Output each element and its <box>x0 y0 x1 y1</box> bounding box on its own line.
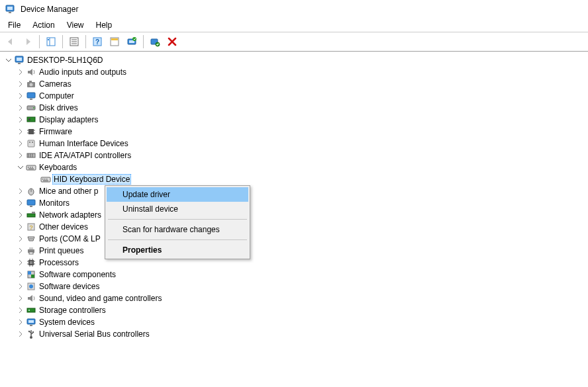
expand-icon[interactable] <box>16 210 25 220</box>
tree-item-softcomp[interactable]: Software components <box>15 269 588 280</box>
tree-label[interactable]: Human Interface Devices <box>38 138 130 149</box>
tree-item-display[interactable]: Display adapters <box>15 114 588 126</box>
expand-icon[interactable] <box>16 139 25 148</box>
tree-item-hid-keyboard-device[interactable]: HID Keyboard Device <box>29 173 588 185</box>
expand-icon[interactable] <box>16 198 25 208</box>
tree-item-other[interactable]: ? Other devices <box>15 221 588 233</box>
expand-icon[interactable] <box>4 56 13 65</box>
expand-icon[interactable] <box>16 222 25 232</box>
tree-item-firmware[interactable]: Firmware <box>15 126 588 138</box>
menu-file[interactable]: File <box>3 19 26 31</box>
tree-label-selected[interactable]: HID Keyboard Device <box>52 174 131 185</box>
collapse-icon[interactable] <box>16 163 25 172</box>
expand-icon[interactable] <box>16 234 25 243</box>
svg-rect-29 <box>27 117 35 122</box>
tree-item-ports[interactable]: Ports (COM & LP <box>15 233 588 245</box>
tree-item-processors[interactable]: Processors <box>15 257 588 269</box>
tree-label[interactable]: Monitors <box>38 198 71 208</box>
tree-label[interactable]: Software devices <box>38 281 101 292</box>
menu-view[interactable]: View <box>62 19 89 31</box>
expand-icon[interactable] <box>16 127 25 136</box>
tree-label[interactable]: Keyboards <box>38 162 78 173</box>
svg-point-83 <box>28 310 30 311</box>
back-button[interactable] <box>3 34 19 50</box>
show-hide-tree-button[interactable] <box>43 34 59 50</box>
scan-hardware-button[interactable] <box>147 34 163 50</box>
expand-icon[interactable] <box>16 246 25 255</box>
tree-item-network[interactable]: Network adapters <box>15 209 588 221</box>
tree-label[interactable]: Processors <box>38 257 80 268</box>
expand-icon[interactable] <box>16 294 25 303</box>
tree-item-mice[interactable]: Mice and other p <box>15 185 588 197</box>
expand-icon[interactable] <box>16 282 25 291</box>
forward-button[interactable] <box>20 34 36 50</box>
tree-label[interactable]: IDE ATA/ATAPI controllers <box>38 150 132 161</box>
tree-label[interactable]: Other devices <box>38 222 89 232</box>
tree-label[interactable]: Sound, video and game controllers <box>38 293 163 304</box>
tree-label[interactable]: Cameras <box>38 79 73 89</box>
context-scan-hardware[interactable]: Scan for hardware changes <box>107 222 248 237</box>
tree-label[interactable]: Computer <box>38 91 75 101</box>
svg-rect-51 <box>46 179 48 180</box>
tree-root[interactable]: DESKTOP-5LH1Q6D <box>3 54 588 66</box>
update-driver-button[interactable] <box>124 34 140 50</box>
tree-item-cameras[interactable]: Cameras <box>15 78 588 90</box>
properties-button[interactable] <box>66 34 82 50</box>
svg-rect-49 <box>42 179 44 180</box>
tree-label[interactable]: Audio inputs and outputs <box>38 67 128 77</box>
tree-label[interactable]: Disk drives <box>38 103 79 113</box>
expand-icon[interactable] <box>16 91 25 101</box>
app-title: Device Manager <box>21 5 78 14</box>
expand-icon[interactable] <box>16 258 25 267</box>
action-icon-button[interactable] <box>107 34 122 50</box>
expand-icon[interactable] <box>16 79 25 89</box>
menu-action[interactable]: Action <box>27 19 60 31</box>
device-tree[interactable]: DESKTOP-5LH1Q6D Audio inputs and outputs… <box>0 52 588 340</box>
svg-point-90 <box>28 331 30 332</box>
tree-item-disk[interactable]: Disk drives <box>15 102 588 114</box>
expand-icon[interactable] <box>16 318 25 327</box>
expand-icon[interactable] <box>16 270 25 279</box>
display-adapter-icon <box>26 114 36 125</box>
context-update-driver[interactable]: Update driver <box>107 187 248 202</box>
tree-item-keyboards[interactable]: Keyboards <box>15 161 588 173</box>
tree-label[interactable]: Display adapters <box>38 114 99 125</box>
help-button[interactable]: ? <box>89 34 105 50</box>
tree-item-usb[interactable]: Universal Serial Bus controllers <box>15 328 588 340</box>
tree-label[interactable]: Print queues <box>38 245 85 256</box>
context-properties[interactable]: Properties <box>107 243 248 257</box>
tree-item-printq[interactable]: Print queues <box>15 245 588 257</box>
tree-label[interactable]: Ports (COM & LP <box>38 234 102 244</box>
tree-label[interactable]: Universal Serial Bus controllers <box>38 329 151 339</box>
tree-label[interactable]: Storage controllers <box>38 305 107 316</box>
uninstall-button[interactable] <box>164 34 180 50</box>
expand-icon[interactable] <box>16 151 25 160</box>
tree-item-computer[interactable]: Computer <box>15 90 588 102</box>
context-uninstall-device[interactable]: Uninstall device <box>107 202 248 216</box>
tree-item-storage[interactable]: Storage controllers <box>15 304 588 316</box>
tree-item-audio[interactable]: Audio inputs and outputs <box>15 66 588 78</box>
tree-item-system[interactable]: System devices <box>15 316 588 328</box>
context-menu: Update driver Uninstall device Scan for … <box>105 185 250 259</box>
tree-item-softdev[interactable]: Software devices <box>15 280 588 292</box>
svg-rect-2 <box>9 12 11 13</box>
expand-icon[interactable] <box>16 67 25 77</box>
expand-icon[interactable] <box>16 103 25 112</box>
expand-icon[interactable] <box>16 115 25 124</box>
expand-icon[interactable] <box>16 329 25 339</box>
tree-item-monitors[interactable]: Monitors <box>15 197 588 209</box>
no-children-spacer <box>30 175 40 184</box>
tree-item-hid[interactable]: Human Interface Devices <box>15 138 588 150</box>
svg-rect-58 <box>32 212 35 214</box>
expand-icon[interactable] <box>16 187 25 196</box>
tree-label[interactable]: Network adapters <box>38 210 103 220</box>
tree-label[interactable]: System devices <box>38 317 96 327</box>
tree-item-ide[interactable]: IDE ATA/ATAPI controllers <box>15 150 588 161</box>
tree-label[interactable]: Software components <box>38 269 117 280</box>
tree-label[interactable]: Mice and other p <box>38 186 99 196</box>
menu-help[interactable]: Help <box>91 19 118 31</box>
root-label[interactable]: DESKTOP-5LH1Q6D <box>26 55 105 65</box>
tree-item-sound[interactable]: Sound, video and game controllers <box>15 292 588 304</box>
tree-label[interactable]: Firmware <box>38 126 74 137</box>
expand-icon[interactable] <box>16 306 25 315</box>
